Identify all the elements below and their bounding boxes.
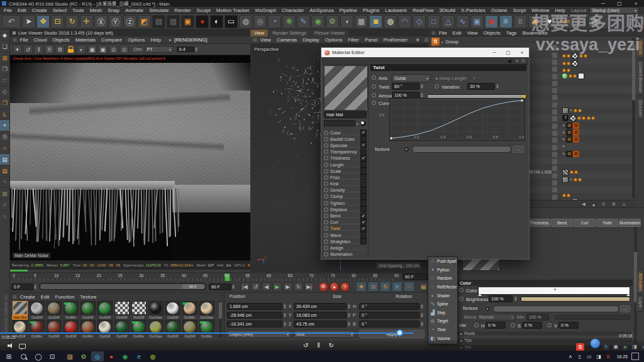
var-v-field[interactable]: 0 %	[558, 322, 579, 329]
toolbar-spline-wave[interactable]: ∿	[456, 15, 469, 28]
tab-view[interactable]: View	[250, 30, 268, 36]
toolbar-render-picture[interactable]: ▤	[167, 15, 180, 28]
lv-tool-clay[interactable]: ▣	[87, 45, 97, 54]
mode-misc-disabled[interactable]: ≡	[0, 211, 9, 222]
channel-thickness[interactable]: Thickness✓	[324, 155, 367, 162]
maximize-button[interactable]: ▢	[611, 1, 628, 6]
taskbar-app-app-olive[interactable]: ◍	[147, 351, 159, 361]
mode-layers-lock[interactable]: ▤	[0, 154, 9, 165]
mode-pen-disabled[interactable]: ✎	[0, 177, 9, 188]
toolbar-render-settings[interactable]: ▣	[181, 15, 194, 28]
record-key-help[interactable]: ?	[340, 282, 350, 292]
toolbar-gear[interactable]: ⚙	[326, 15, 339, 28]
viewport-menu-display[interactable]: Display	[303, 37, 319, 43]
octane-tag-dots-icon[interactable]	[569, 74, 577, 78]
menu-snap[interactable]: Snap	[108, 8, 119, 13]
volume-icon[interactable]	[8, 343, 14, 348]
octane-tag-dots-icon[interactable]	[587, 116, 595, 120]
toolbar-mograph[interactable]: ❋	[282, 15, 296, 28]
material-octdiff[interactable]: OctDiff	[164, 301, 181, 320]
mode-axis-mode[interactable]: L	[0, 109, 9, 120]
material-octdiff[interactable]: OctDiff	[113, 301, 130, 320]
visibility-toggle[interactable]	[552, 87, 558, 94]
channel-wave[interactable]: Wave	[324, 232, 367, 238]
start-frame-field[interactable]: 0 F	[11, 283, 33, 290]
material-octglas[interactable]: OctGlas	[198, 301, 215, 320]
chat-icon[interactable]	[19, 344, 26, 349]
expand-icon[interactable]: ▸	[357, 121, 358, 126]
lv-menu-cloud[interactable]: Cloud	[34, 37, 47, 43]
object-row-group[interactable]: S ▸ Group	[431, 38, 458, 46]
tab-render-settings[interactable]: Render Settings	[269, 30, 310, 36]
cortana-icon[interactable]: ◯	[32, 351, 45, 361]
player-progress-bar[interactable]	[0, 332, 414, 334]
hair-tab-curl[interactable]: Curl	[574, 219, 596, 227]
channel-dropdown[interactable]: PT▾	[145, 46, 174, 53]
x-tag-icon[interactable]: ×	[562, 130, 565, 134]
texture-expand-button[interactable]: ▸	[403, 146, 410, 153]
menu-mesh[interactable]: Mesh	[90, 8, 103, 13]
x-tag-icon[interactable]: ×	[562, 123, 565, 128]
menu-file[interactable]: File	[4, 8, 12, 13]
expand-icon[interactable]: ▸	[441, 40, 443, 44]
sogou-sogou-menu[interactable]: ≡	[641, 344, 644, 350]
mode-snap[interactable]: Ⓢ	[0, 131, 9, 143]
toolbar-octane-pill[interactable]: ▭	[225, 15, 238, 28]
toolbar-octane-ball[interactable]: ●	[196, 15, 209, 28]
toolbar-ring[interactable]: ◎	[253, 15, 267, 28]
menu-script[interactable]: Script	[513, 8, 526, 13]
viewport-menu-options[interactable]: Options	[325, 37, 343, 43]
mode-model-mode[interactable]: ❑	[0, 41, 9, 52]
action-center-icon[interactable]	[631, 353, 639, 360]
hair-tab-thickness[interactable]: Thickness	[528, 219, 550, 227]
menu-realflow[interactable]: RealFlow	[413, 8, 433, 13]
key-parameter[interactable]: Ⓟ	[392, 282, 402, 292]
taskbar-app-edge[interactable]: e	[133, 351, 145, 361]
panel-tab-content-browser[interactable]: Content Browser	[636, 59, 644, 96]
menu-x-particles[interactable]: X-Particles	[461, 8, 486, 13]
toolbar-cube-primitive[interactable]: □	[427, 15, 440, 28]
size-z-field[interactable]: 43.75 cm	[294, 321, 347, 327]
om-footer-list[interactable]: ≡	[620, 201, 628, 207]
visibility-toggle[interactable]	[552, 94, 558, 101]
var-s-field[interactable]: 0 %	[522, 322, 542, 329]
record-autokey[interactable]: ●	[330, 282, 339, 292]
x-tag-icon[interactable]: ×	[570, 177, 572, 182]
mix-slider[interactable]	[555, 315, 630, 320]
toolbar-shell[interactable]: ◖	[340, 15, 353, 28]
menu-animate[interactable]: Animate	[125, 8, 143, 13]
toolbar-camera[interactable]: ◙	[369, 15, 382, 28]
viewport-menu-filter[interactable]: Filter	[348, 37, 359, 43]
fabric-texture-tag-icon[interactable]	[562, 177, 569, 183]
back-arrow-icon[interactable]: ◀	[507, 58, 511, 64]
twist-field[interactable]: 60 °	[392, 83, 419, 90]
visibility-toggle[interactable]	[552, 158, 558, 165]
start-button[interactable]: ⊞	[3, 351, 15, 361]
preview-size-field[interactable]	[324, 120, 355, 126]
sogou-sogou-board[interactable]: ▣	[613, 344, 619, 350]
effector-push-apart[interactable]: ∴Push Apart	[428, 257, 457, 266]
channel-transparency[interactable]: Transparency	[324, 149, 367, 155]
material-octdiff[interactable]: OctDiff	[28, 301, 45, 320]
lv-tool-star[interactable]: ✦	[13, 45, 22, 54]
channel-length[interactable]: Length	[324, 162, 367, 168]
menu-octane[interactable]: Octane	[491, 8, 508, 13]
texture-expand-icon[interactable]: ▸	[484, 305, 491, 312]
toolbar-bold-b[interactable]: B	[514, 15, 527, 28]
material-octmix[interactable]: OctMix	[79, 320, 96, 339]
toolbar-move[interactable]: ✥	[36, 15, 50, 28]
stripes-texture-tag-icon[interactable]	[562, 169, 569, 175]
lv-menu-compare[interactable]: Compare	[101, 37, 122, 43]
material-octmix[interactable]: MIXOctMix	[130, 320, 147, 339]
channel-kink[interactable]: Kink	[324, 181, 367, 187]
material-octdiff[interactable]: OctDiff	[79, 301, 96, 320]
menu-select[interactable]: Select	[53, 8, 67, 13]
x-tag-icon[interactable]: ×	[562, 151, 565, 156]
color-gradient-bar[interactable]	[478, 287, 630, 295]
material-octdiff[interactable]: OctDiff	[45, 320, 62, 339]
key-scale[interactable]: ⊡	[368, 282, 379, 292]
gradient-knot[interactable]	[478, 293, 482, 296]
octane-object-tag-icon[interactable]: ⊘O	[566, 151, 579, 157]
toolbar-weave[interactable]: ▦	[355, 15, 368, 28]
current-frame-field[interactable]: 50 F	[402, 273, 428, 280]
